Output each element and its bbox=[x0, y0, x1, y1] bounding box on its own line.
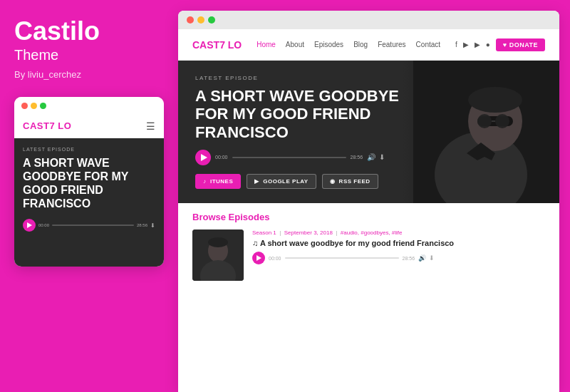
hero-progress-bar bbox=[232, 157, 346, 158]
episode-date: September 3, 2018 bbox=[284, 229, 333, 236]
twitter-icon[interactable]: ▶ bbox=[475, 41, 480, 48]
episode-tags: #audio, #goodbyes, #life bbox=[341, 229, 403, 236]
mobile-logo-text: CAST bbox=[23, 120, 49, 131]
mobile-time-start: 00:00 bbox=[38, 223, 49, 227]
episode-meta: Season 1 | September 3, 2018 | #audio, #… bbox=[252, 229, 545, 236]
facebook-icon[interactable]: f bbox=[455, 41, 457, 48]
spotify-icon[interactable]: ● bbox=[486, 41, 490, 48]
left-panel: Castilo Theme By liviu_cerchez CAST7 LO … bbox=[0, 0, 178, 392]
episode-volume-icon[interactable]: 🔊 bbox=[418, 254, 426, 262]
theme-title: Castilo bbox=[14, 17, 100, 46]
mobile-episode-title: A SHORT WAVE GOODBYE FOR MY GOOD FRIEND … bbox=[23, 156, 155, 211]
site-logo: CAST7 LO bbox=[192, 39, 242, 51]
browser-close-dot[interactable] bbox=[187, 16, 194, 24]
volume-icon[interactable]: 🔊 bbox=[367, 153, 375, 161]
logo-cast: CAST bbox=[192, 39, 219, 51]
site-navigation: CAST7 LO Home About Episodes Blog Featur… bbox=[178, 29, 559, 61]
svg-point-11 bbox=[208, 237, 228, 247]
browser-content: CAST7 LO Home About Episodes Blog Featur… bbox=[178, 29, 559, 392]
mobile-logo-symbol: 7 bbox=[49, 120, 55, 131]
theme-subtitle: Theme bbox=[14, 47, 58, 63]
hero-latest-label: LATEST EPISODE bbox=[195, 75, 542, 81]
nav-contact[interactable]: Contact bbox=[416, 41, 440, 48]
mobile-player: 00:00 28:56 ⬇ bbox=[23, 219, 155, 232]
episode-player-icons: 🔊 ⬇ bbox=[418, 254, 435, 262]
mobile-latest-label: LATEST EPISODE bbox=[23, 147, 155, 152]
episode-download-icon[interactable]: ⬇ bbox=[429, 254, 435, 262]
hero-download-icon[interactable]: ⬇ bbox=[379, 153, 385, 161]
hero-episode-title: A SHORT WAVE GOODBYE FOR MY GOOD FRIEND … bbox=[195, 87, 409, 141]
hero-buttons: ♪ ITUNES ▶ GOOGLE PLAY ◉ RSS FEED bbox=[195, 174, 542, 189]
logo-lo: LO bbox=[225, 39, 242, 51]
close-dot bbox=[21, 103, 28, 109]
hero-player-icons: 🔊 ⬇ bbox=[367, 153, 385, 161]
episode-player: 00:00 28:56 🔊 ⬇ bbox=[252, 252, 545, 264]
rss-feed-button[interactable]: ◉ RSS FEED bbox=[322, 174, 378, 189]
hero-content: LATEST EPISODE A SHORT WAVE GOODBYE FOR … bbox=[178, 61, 559, 203]
hero-play-button[interactable] bbox=[195, 150, 211, 165]
episode-season: Season 1 bbox=[252, 229, 276, 236]
theme-author: By liviu_cerchez bbox=[14, 69, 81, 80]
episode-thumb-svg bbox=[192, 229, 244, 281]
nav-home[interactable]: Home bbox=[256, 41, 276, 48]
browser-minimize-dot[interactable] bbox=[197, 16, 204, 24]
episode-progress-bar bbox=[285, 257, 399, 259]
nav-blog[interactable]: Blog bbox=[353, 41, 368, 48]
browser-window: CAST7 LO Home About Episodes Blog Featur… bbox=[178, 11, 559, 392]
ep-play-triangle-icon bbox=[256, 255, 261, 261]
episode-thumbnail bbox=[192, 229, 244, 281]
donate-button[interactable]: ♥ DONATE bbox=[496, 38, 545, 51]
nav-right: f ▶ ▶ ● ♥ DONATE bbox=[455, 38, 545, 51]
download-icon[interactable]: ⬇ bbox=[150, 222, 155, 229]
browse-section: Browse Episodes Season 1 | bbox=[178, 203, 559, 392]
mobile-site-logo: CAST7 LO bbox=[23, 120, 71, 131]
browse-header: Browse Episodes bbox=[192, 212, 545, 222]
browser-maximize-dot[interactable] bbox=[208, 16, 215, 24]
mobile-preview-card: CAST7 LO ☰ LATEST EPISODE A SHORT WAVE G… bbox=[14, 97, 164, 267]
play-triangle-icon bbox=[27, 222, 32, 228]
browse-title-accent: Episodes bbox=[229, 212, 270, 222]
hero-section: LATEST EPISODE A SHORT WAVE GOODBYE FOR … bbox=[178, 61, 559, 203]
mobile-progress-bar bbox=[52, 225, 134, 226]
itunes-button[interactable]: ♪ ITUNES bbox=[195, 174, 241, 189]
minimize-dot bbox=[31, 103, 37, 109]
hamburger-icon[interactable]: ☰ bbox=[146, 120, 155, 132]
episode-time-start: 00:00 bbox=[269, 256, 281, 261]
google-play-button[interactable]: ▶ GOOGLE PLAY bbox=[247, 174, 316, 189]
mobile-play-button[interactable] bbox=[23, 219, 36, 232]
nav-features[interactable]: Features bbox=[378, 41, 405, 48]
hero-time-start: 00:00 bbox=[215, 155, 228, 160]
episode-info: Season 1 | September 3, 2018 | #audio, #… bbox=[252, 229, 545, 264]
browse-title: Browse bbox=[192, 212, 226, 222]
nav-episodes[interactable]: Episodes bbox=[314, 41, 343, 48]
mobile-nav-header: CAST7 LO ☰ bbox=[14, 115, 164, 138]
youtube-icon[interactable]: ▶ bbox=[463, 41, 469, 48]
nav-links: Home About Episodes Blog Features Contac… bbox=[256, 41, 440, 48]
mobile-duration: 28:56 bbox=[137, 223, 147, 227]
episode-duration: 28:56 bbox=[403, 256, 415, 261]
episode-title: ♫ A short wave goodbye for my good frien… bbox=[252, 239, 545, 247]
nav-about[interactable]: About bbox=[286, 41, 304, 48]
mobile-hero: LATEST EPISODE A SHORT WAVE GOODBYE FOR … bbox=[14, 138, 164, 267]
episode-row: Season 1 | September 3, 2018 | #audio, #… bbox=[192, 229, 545, 281]
hero-player: 00:00 28:56 🔊 ⬇ bbox=[195, 150, 542, 165]
logo-symbol: 7 bbox=[219, 39, 225, 51]
mobile-logo-suffix: LO bbox=[55, 120, 71, 131]
hero-play-triangle-icon bbox=[201, 154, 207, 161]
hero-duration: 28:56 bbox=[351, 155, 363, 160]
mobile-titlebar bbox=[14, 97, 164, 115]
episode-play-button[interactable] bbox=[252, 252, 265, 264]
maximize-dot bbox=[40, 103, 46, 109]
browser-titlebar bbox=[178, 11, 559, 29]
